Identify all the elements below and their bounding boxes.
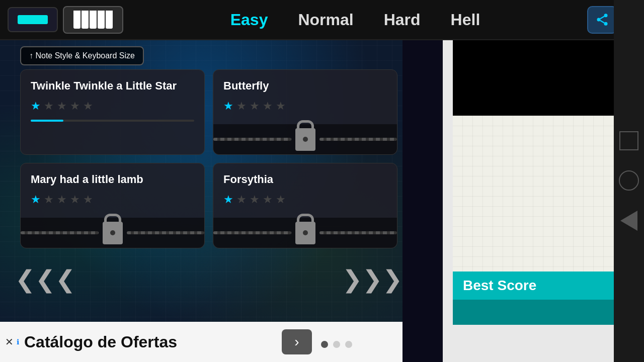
header: Easy Normal Hard Hell ⋮ [0, 0, 644, 40]
ad-text: Catálogo de Ofertas [24, 333, 177, 351]
song-title: Butterfly [223, 79, 387, 94]
star-3: ★ [57, 193, 67, 206]
star-3: ★ [250, 193, 260, 206]
svg-point-1 [597, 18, 601, 22]
ad-banner: ✕ ℹ Catálogo de Ofertas › [0, 322, 403, 362]
lock-icon [103, 222, 123, 244]
star-1: ★ [223, 193, 233, 206]
lock-icon [295, 222, 315, 244]
star-5: ★ [83, 193, 93, 206]
piano-key [82, 11, 89, 29]
chain-lock [213, 128, 397, 151]
score-grid [453, 116, 634, 272]
android-back-button[interactable] [620, 211, 637, 231]
green-indicator [18, 15, 48, 24]
android-square-button[interactable] [619, 131, 638, 150]
star-2: ★ [236, 193, 247, 206]
share-icon [595, 13, 609, 27]
star-1: ★ [223, 100, 233, 113]
songs-grid: Twinkle Twinkle a Little Star ★ ★ ★ ★ ★ … [15, 44, 403, 253]
star-5: ★ [276, 100, 286, 113]
star-4: ★ [70, 100, 80, 113]
ad-pagination-dots [321, 341, 352, 348]
progress-fill [31, 120, 63, 122]
chain-right [127, 231, 205, 234]
chain-left [213, 138, 291, 141]
best-score-label: Best Score [453, 272, 634, 300]
star-4: ★ [70, 193, 80, 206]
ad-info-button[interactable]: ℹ [17, 338, 19, 346]
lock-icon [295, 128, 315, 151]
chevron-left-1: ❮ [15, 267, 35, 292]
piano-key [73, 11, 80, 29]
ad-icons: ✕ ℹ [0, 336, 24, 348]
piano-mode-button[interactable] [63, 6, 123, 34]
chain-right [319, 138, 397, 141]
song-stars: ★ ★ ★ ★ ★ [223, 193, 387, 206]
ad-next-button[interactable]: › [282, 329, 312, 354]
svg-line-3 [600, 21, 604, 23]
star-3: ★ [250, 100, 260, 113]
svg-line-4 [600, 17, 604, 19]
share-button[interactable] [587, 6, 617, 34]
svg-point-2 [604, 22, 608, 26]
lock-overlay [21, 218, 204, 248]
star-1: ★ [31, 100, 41, 113]
tab-easy[interactable]: Easy [230, 11, 268, 29]
svg-point-0 [604, 14, 608, 17]
songs-container: Twinkle Twinkle a Little Star ★ ★ ★ ★ ★ … [15, 44, 403, 253]
android-circle-button[interactable] [619, 170, 639, 191]
ad-close-button[interactable]: ✕ [5, 336, 14, 348]
dot-3 [345, 341, 352, 348]
chain-left [21, 231, 99, 234]
song-card-forsythia[interactable]: Forsythia ★ ★ ★ ★ ★ [213, 163, 397, 248]
next-button[interactable]: ❯ ❯ ❯ [342, 267, 403, 292]
star-5: ★ [83, 100, 93, 113]
green-mode-button[interactable] [8, 7, 58, 32]
side-nav [614, 0, 644, 362]
chevron-right-1: ❯ [342, 267, 362, 292]
star-4: ★ [263, 193, 273, 206]
score-bar [453, 300, 634, 325]
chevron-left-2: ❮ [35, 267, 55, 292]
star-1: ★ [31, 193, 41, 206]
dot-2 [333, 341, 340, 348]
song-stars: ★ ★ ★ ★ ★ [31, 193, 194, 206]
best-score-text: Best Score [463, 278, 536, 293]
song-stars: ★ ★ ★ ★ ★ [31, 100, 194, 113]
nav-arrows: ❮ ❮ ❮ ❯ ❯ ❯ [15, 267, 403, 292]
star-2: ★ [236, 100, 247, 113]
piano-key [106, 11, 113, 29]
piano-key [98, 11, 105, 29]
piano-key [90, 11, 97, 29]
dot-1 [321, 341, 328, 348]
prev-button[interactable]: ❮ ❮ ❮ [15, 267, 75, 292]
chevron-left-3: ❮ [55, 267, 75, 292]
song-card-twinkle[interactable]: Twinkle Twinkle a Little Star ★ ★ ★ ★ ★ [20, 69, 205, 155]
song-stars: ★ ★ ★ ★ ★ [223, 100, 387, 113]
chain-lock [213, 222, 397, 244]
song-title: Forsythia [223, 172, 387, 187]
song-card-mary[interactable]: Mary had a little lamb ★ ★ ★ ★ ★ [20, 163, 205, 248]
song-title: Twinkle Twinkle a Little Star [31, 79, 194, 94]
song-title: Mary had a little lamb [31, 172, 194, 187]
chain-left [213, 231, 291, 234]
note-style-button[interactable]: ↑ Note Style & Keyboard Size [20, 46, 144, 65]
star-2: ★ [44, 193, 54, 206]
lock-overlay [213, 124, 397, 154]
star-2: ★ [44, 100, 54, 113]
star-5: ★ [276, 193, 286, 206]
lock-overlay [213, 218, 397, 248]
chevron-right-3: ❯ [382, 267, 403, 292]
star-4: ★ [263, 100, 273, 113]
chain-lock [21, 222, 204, 244]
tab-normal[interactable]: Normal [298, 11, 353, 29]
chevron-right-2: ❯ [362, 267, 382, 292]
piano-keys-icon [73, 11, 113, 29]
star-3: ★ [57, 100, 67, 113]
tab-hell[interactable]: Hell [451, 11, 480, 29]
difficulty-tabs: Easy Normal Hard Hell [123, 11, 587, 29]
tab-hard[interactable]: Hard [384, 11, 421, 29]
song-card-butterfly[interactable]: Butterfly ★ ★ ★ ★ ★ [213, 69, 397, 155]
chain-right [319, 231, 397, 234]
